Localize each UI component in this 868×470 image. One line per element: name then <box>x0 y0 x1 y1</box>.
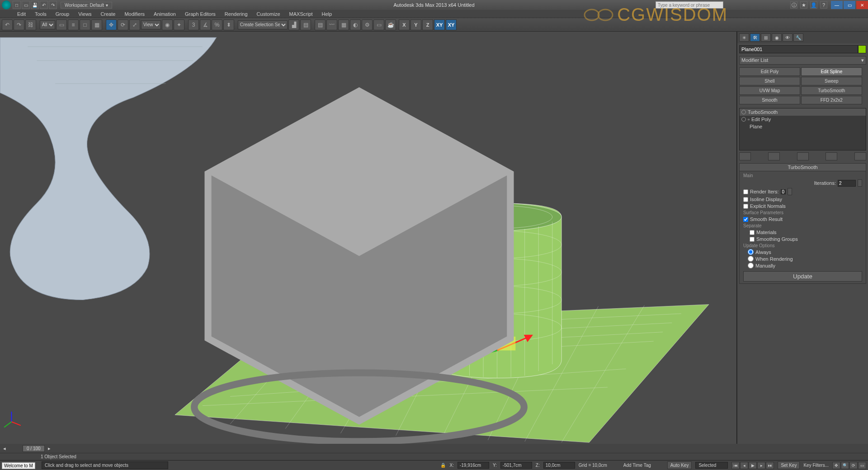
smooth-result-checkbox[interactable] <box>743 217 748 222</box>
help-icon[interactable]: ? <box>820 1 827 9</box>
remove-modifier-icon[interactable] <box>826 152 837 160</box>
always-radio[interactable] <box>748 249 754 255</box>
axis-y-button[interactable]: Y <box>410 19 421 30</box>
axis-z-button[interactable]: Z <box>422 19 433 30</box>
mod-sweep[interactable]: Sweep <box>801 77 862 85</box>
select-name-icon[interactable]: ≡ <box>68 19 79 30</box>
tab-motion-icon[interactable]: ◉ <box>772 33 782 42</box>
render-iters-spinner[interactable] <box>781 189 786 194</box>
ref-coord-system[interactable]: View <box>141 20 161 29</box>
object-name-field[interactable] <box>739 45 858 53</box>
workspace-selector[interactable]: Workspace: Default▾ <box>61 2 112 9</box>
nav-orbit-icon[interactable]: ⟳ <box>849 462 858 469</box>
tab-hierarchy-icon[interactable]: ⊞ <box>761 33 771 42</box>
named-selection[interactable]: Create Selection Se <box>238 20 288 29</box>
viewport[interactable] <box>0 32 737 444</box>
minimize-button[interactable]: — <box>831 1 843 9</box>
menu-rendering[interactable]: Rendering <box>221 10 251 18</box>
axis-xy2-button[interactable]: XY <box>446 19 457 30</box>
key-mode-selector[interactable]: Selected <box>695 462 728 469</box>
mod-ffd[interactable]: FFD 2x2x2 <box>801 96 862 104</box>
rollout-header[interactable]: TurboSmooth <box>740 164 866 171</box>
star-icon[interactable]: ★ <box>800 1 807 9</box>
modifier-list-dropdown[interactable]: Modifier List▾ <box>739 56 866 65</box>
menu-animation[interactable]: Animation <box>150 10 179 18</box>
time-slider-handle[interactable]: 0 / 100 <box>23 445 45 452</box>
rotate-icon[interactable]: ⟳ <box>118 19 128 30</box>
move-icon[interactable]: ✥ <box>106 19 117 30</box>
app-icon[interactable] <box>2 0 11 9</box>
autokey-button[interactable]: Auto Key <box>667 461 692 469</box>
link-icon[interactable]: ⛓ <box>25 19 36 30</box>
close-button[interactable]: ✕ <box>856 1 868 9</box>
spinner-up-icon[interactable] <box>858 179 862 187</box>
when-rendering-radio[interactable] <box>748 256 754 262</box>
mirror-icon[interactable]: ▟ <box>288 19 299 30</box>
menu-graph-editors[interactable]: Graph Editors <box>181 10 219 18</box>
menu-help[interactable]: Help <box>318 10 336 18</box>
eye-icon[interactable] <box>741 110 746 114</box>
manually-radio[interactable] <box>748 263 754 268</box>
align-icon[interactable]: ▤ <box>300 19 311 30</box>
explicit-checkbox[interactable] <box>743 204 748 209</box>
mod-smooth[interactable]: Smooth <box>739 96 800 104</box>
nav-zoom-icon[interactable]: 🔍 <box>841 462 849 469</box>
render-iters-checkbox[interactable] <box>743 189 748 194</box>
menu-edit[interactable]: Edit <box>14 10 29 18</box>
redo-icon[interactable]: ↷ <box>14 19 24 30</box>
axis-x-button[interactable]: X <box>399 19 410 30</box>
qat-redo-icon[interactable]: ↷ <box>49 1 57 9</box>
menu-views[interactable]: Views <box>75 10 95 18</box>
curve-editor-icon[interactable]: 〰 <box>326 19 337 30</box>
menu-modifiers[interactable]: Modifiers <box>121 10 148 18</box>
nav-pan-icon[interactable]: ✥ <box>832 462 840 469</box>
qat-open-icon[interactable]: ▭ <box>22 1 30 9</box>
search-input[interactable] <box>656 1 723 9</box>
scale-icon[interactable]: ⤢ <box>129 19 140 30</box>
maxscript-listener[interactable]: Welcome to M <box>2 462 35 469</box>
coord-y[interactable]: -501,7cm <box>500 462 532 469</box>
make-unique-icon[interactable] <box>797 152 809 160</box>
menu-customize[interactable]: Customize <box>253 10 284 18</box>
isoline-checkbox[interactable] <box>743 197 748 202</box>
tab-create-icon[interactable]: ✳ <box>739 33 749 42</box>
spinner-up-icon[interactable] <box>788 188 792 195</box>
menu-group[interactable]: Group <box>52 10 73 18</box>
manipulate-icon[interactable]: ✦ <box>174 19 184 30</box>
configure-sets-icon[interactable] <box>854 152 866 160</box>
goto-end-icon[interactable]: ⏭ <box>766 462 774 469</box>
prev-frame-icon[interactable]: ◂ <box>740 462 748 469</box>
viewcube[interactable] <box>0 36 727 444</box>
menu-create[interactable]: Create <box>97 10 119 18</box>
axis-xy-button[interactable]: XY <box>434 19 445 30</box>
tab-display-icon[interactable]: 👁 <box>783 33 793 42</box>
time-tag[interactable]: Add Time Tag <box>623 463 651 468</box>
mod-turbosmooth[interactable]: TurboSmooth <box>801 86 862 95</box>
mod-edit-poly[interactable]: Edit Poly <box>739 67 800 76</box>
snap-toggle-icon[interactable]: 3 <box>188 19 199 30</box>
pin-stack-icon[interactable] <box>739 152 751 160</box>
iterations-spinner[interactable] <box>838 180 856 187</box>
lock-icon[interactable]: 🔒 <box>440 463 446 468</box>
key-filters[interactable]: Key Filters... <box>803 463 829 468</box>
infocenter-icon[interactable]: ⓘ <box>790 1 797 9</box>
qat-undo-icon[interactable]: ↶ <box>40 1 48 9</box>
render-frame-icon[interactable]: ▭ <box>373 19 384 30</box>
menu-tools[interactable]: Tools <box>31 10 50 18</box>
setkey-button[interactable]: Set Key <box>778 461 800 469</box>
tab-modify-icon[interactable]: 🛠 <box>750 33 760 42</box>
maximize-button[interactable]: ▭ <box>844 1 855 9</box>
show-end-result-icon[interactable] <box>768 152 780 160</box>
angle-snap-icon[interactable]: ∡ <box>200 19 211 30</box>
coord-x[interactable]: -19,916cm <box>458 462 489 469</box>
mod-uvw-map[interactable]: UVW Map <box>739 86 800 95</box>
select-rect-icon[interactable]: □ <box>80 19 90 30</box>
object-color-swatch[interactable] <box>858 45 866 53</box>
nav-max-icon[interactable]: ▭ <box>858 462 866 469</box>
goto-start-icon[interactable]: ⏮ <box>731 462 740 469</box>
material-editor-icon[interactable]: ◐ <box>350 19 361 30</box>
next-frame-icon[interactable]: ▸ <box>757 462 765 469</box>
materials-checkbox[interactable] <box>750 230 755 235</box>
modifier-stack[interactable]: TurboSmooth ▫Edit Poly Plane <box>739 108 866 150</box>
layers-icon[interactable]: ▤ <box>315 19 326 30</box>
